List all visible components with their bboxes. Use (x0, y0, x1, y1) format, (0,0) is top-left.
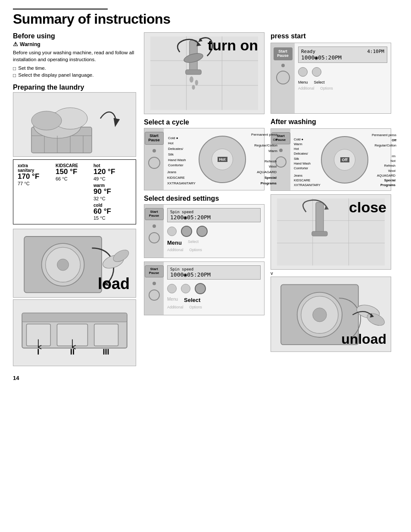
knobs-row-2 (167, 283, 261, 294)
temp-f-warm: 90 °F (93, 188, 131, 196)
aw-dial[interactable]: Off (321, 136, 368, 184)
options-label-2: Options (189, 305, 202, 309)
panel-knob-cycle[interactable] (148, 157, 160, 169)
aw-label-handwash: Hand Wash (294, 161, 311, 166)
svg-point-12 (57, 259, 69, 271)
panel-led-settings2 (153, 282, 156, 285)
knob-active-1[interactable] (181, 226, 192, 237)
detergent-svg: I II III (13, 300, 136, 366)
aw-labels-left: Cold ● Warm Hot Delicates/Silk Hand Wash… (294, 137, 311, 171)
additional-label-1: Additional (167, 248, 183, 252)
laundry-illustration (13, 92, 136, 157)
start-pause-btn-cycle[interactable]: StartPause (145, 132, 164, 145)
cycle-panel-left: StartPause (144, 128, 164, 190)
start-pause-btn-main[interactable]: StartPause (274, 47, 293, 60)
warning-line: ⚠ Warning (13, 41, 138, 47)
temp-f-xxtra: 170 °F (18, 173, 56, 181)
preparing-laundry-heading: Preparing the laundry (13, 84, 138, 91)
after-wash-panel: StartPause Off Permanent press Off Regul… (271, 128, 391, 191)
aw-label-pp: Permanent press (372, 133, 396, 138)
ps-knob-2[interactable] (312, 67, 321, 77)
ps-knob-1[interactable] (298, 67, 308, 77)
knobs-row-1 (167, 226, 261, 237)
aw-label-warm: Warm (294, 142, 311, 146)
menu-row-1: Menu Select (167, 240, 261, 246)
spin-value-1: 1200◉05:20PM (170, 214, 258, 221)
select-cycle-heading: Select a cycle (144, 118, 265, 126)
aw-label-jeans: Jeans (294, 173, 321, 178)
svg-point-4 (31, 111, 62, 130)
svg-rect-45 (312, 231, 327, 236)
menu-bold-label: Menu (167, 240, 182, 246)
label-hot: Hot (168, 141, 186, 146)
svg-text:I: I (37, 347, 39, 356)
aw-label-off: Off (372, 138, 396, 143)
spin-display-2: Spin speed 1000◉05:20PM (167, 265, 261, 280)
temp-f-hot: 120 °F (93, 168, 131, 176)
label-refresh: Refresh (257, 159, 277, 165)
label-kidscare: KIDSCARE (167, 175, 196, 181)
knob-active-3[interactable] (195, 283, 206, 294)
ps-menu-label: Menu (298, 80, 308, 84)
additional-row-2: Additional Options (167, 305, 261, 309)
mid-column: turn on Select a cycle StartPause Hot (144, 32, 265, 368)
start-pause-btn-settings2[interactable]: StartPause (145, 265, 164, 277)
hot-badge: Hot (218, 157, 227, 162)
settings-panel-1: StartPause Spin speed 1200◉05:20PM Menu … (144, 204, 265, 258)
label-off: Off (251, 137, 277, 143)
aw-labels-right: Permanent press Off Regular/Cotton (372, 133, 396, 148)
unload-label: unload (341, 331, 386, 347)
page-title: Summary of instructions (13, 11, 398, 27)
temp-c-kidscare: 66 °C (56, 176, 93, 181)
spin-value-2: 1000◉05:20PM (170, 271, 258, 278)
label-wool: Wool (257, 164, 277, 170)
panel-knob-settings2[interactable] (149, 289, 160, 301)
ps-select-label: Select (314, 80, 325, 84)
left-column: Before using ⚠ Warning Before using your… (13, 32, 138, 368)
display-row-1: Ready 4:10PM (301, 49, 384, 54)
aw-label-aquagard: AQUAGARD (377, 173, 395, 178)
aw-label-rm: rm (377, 154, 395, 159)
temp-f-kidscare: 150 °F (56, 168, 93, 176)
knob-inactive-3[interactable] (181, 284, 190, 293)
knob-inactive-2[interactable] (167, 284, 177, 293)
dial-labels-right: Permanent press Off Regular/Cotton Warm (251, 132, 277, 154)
before-using-section: Before using ⚠ Warning Before using your… (13, 32, 138, 78)
aw-dial-inner: Off (334, 149, 355, 171)
cycle-name-xxtra: xxtrasanitary (18, 163, 56, 173)
label-aquagard: AQUAGARD (257, 170, 277, 175)
cycle-name-cold: cold (93, 203, 131, 208)
ps-menu-row: Menu Select (298, 80, 387, 84)
aw-label-comforter: Comforter (294, 166, 311, 171)
select-bold-label: Select (184, 297, 200, 303)
knob-inactive-1[interactable] (167, 227, 177, 236)
load-illustration: load (13, 229, 136, 298)
temp-c-warm: 32 °C (93, 196, 131, 201)
svg-rect-17 (22, 313, 127, 322)
start-pause-btn-settings1[interactable]: StartPause (145, 208, 164, 220)
checklist-item: Select the display panel language. (13, 72, 138, 78)
select-gray-label: Select (188, 240, 199, 246)
aw-label-delicates: Delicates/Silk (294, 151, 311, 161)
aw-dial-area: Off Permanent press Off Regular/Cotton C… (293, 132, 396, 188)
aw-labels-bottom-left: Jeans KIDSCARE XXTRASANITARY (294, 173, 321, 188)
panel-knob-main[interactable] (276, 71, 290, 84)
ps-left: StartPause (271, 43, 295, 113)
cycle-dial[interactable]: Hot (199, 136, 246, 183)
settings-left-2: StartPause (144, 262, 164, 315)
temp-c-hot: 49 °C (93, 176, 131, 181)
turn-on-label: turn on (208, 37, 258, 54)
label-handwash: Hand Wash (168, 158, 186, 163)
before-using-heading: Before using (13, 32, 138, 40)
ps-right: Ready 4:10PM 1000◉05:20PM Menu Select Ad… (295, 43, 391, 113)
aw-label-hot: Hot (294, 146, 311, 151)
after-washing-heading: After washing (271, 118, 391, 126)
unload-illustration: unload (271, 277, 391, 352)
close-label: close (349, 199, 386, 216)
svg-rect-32 (186, 70, 201, 75)
knob-active-2[interactable] (196, 226, 208, 237)
select-cycle-panel: StartPause Hot Permanent press Off (144, 128, 265, 190)
panel-knob-settings1[interactable] (149, 232, 160, 243)
aw-label-xxtra: XXTRASANITARY (294, 183, 321, 187)
detergent-illustration: I II III (13, 299, 136, 366)
